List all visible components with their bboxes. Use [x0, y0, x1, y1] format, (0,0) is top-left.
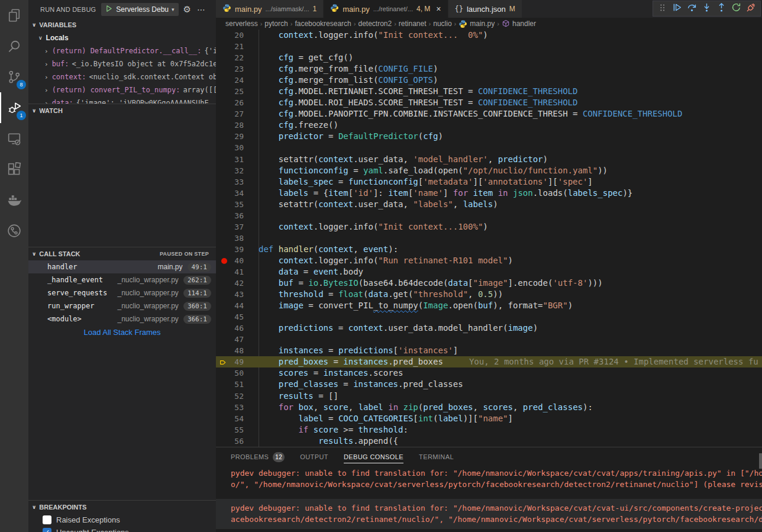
- editor-gutter[interactable]: 27: [216, 108, 259, 120]
- variable-row[interactable]: ›(return) DefaultPredictor.__call__:{'in…: [28, 44, 216, 57]
- variable-row[interactable]: ›data:{'image': 'iVBORw0KGgoAAAANSUhE…: [28, 96, 216, 104]
- editor-gutter[interactable]: 31: [216, 154, 259, 165]
- code-line[interactable]: 29 predictor = DefaultPredictor(cfg): [216, 131, 762, 142]
- activity-item-remote-explorer[interactable]: [0, 123, 28, 154]
- code-line[interactable]: 31 setattr(context.user_data, 'model_han…: [216, 154, 762, 165]
- variable-row[interactable]: ›context:<nuclio_sdk.context.Context obj…: [28, 70, 216, 83]
- load-all-stack-frames-link[interactable]: Load All Stack Frames: [28, 325, 216, 338]
- code-line[interactable]: 36: [216, 210, 762, 221]
- editor-gutter[interactable]: 20: [216, 30, 259, 41]
- code-line[interactable]: 41 data = event.body: [216, 266, 762, 278]
- code-line[interactable]: 27 cfg.MODEL.PANOPTIC_FPN.COMBINE.INSTAN…: [216, 108, 762, 120]
- panel-tab-terminal[interactable]: TERMINAL: [419, 447, 454, 466]
- disconnect-button[interactable]: [744, 1, 758, 16]
- code-line[interactable]: 42 buf = io.BytesIO(base64.b64decode(dat…: [216, 278, 762, 289]
- code-line[interactable]: 51 pred_classes = instances.pred_classes: [216, 379, 762, 390]
- editor-gutter[interactable]: 23: [216, 63, 259, 75]
- code-line[interactable]: 23 cfg.merge_from_file(CONFIG_FILE): [216, 63, 762, 75]
- stack-frame-row[interactable]: _handle_event_nuclio_wrapper.py262:1: [28, 273, 216, 286]
- activity-item-docker[interactable]: [0, 185, 28, 215]
- editor-gutter[interactable]: 37: [216, 221, 259, 233]
- editor-gutter[interactable]: 30: [216, 142, 259, 153]
- code-line[interactable]: 24 cfg.merge_from_list(CONFIG_OPTS): [216, 75, 762, 86]
- variable-row[interactable]: ›(return) convert_PIL_to_numpy:array([[[…: [28, 83, 216, 96]
- code-line[interactable]: 25 cfg.MODEL.RETINANET.SCORE_THRESH_TEST…: [216, 86, 762, 97]
- editor-gutter[interactable]: 38: [216, 233, 259, 244]
- code-line[interactable]: 21: [216, 41, 762, 52]
- code-line[interactable]: 26 cfg.MODEL.ROI_HEADS.SCORE_THRESH_TEST…: [216, 97, 762, 108]
- editor-gutter[interactable]: 21: [216, 41, 259, 52]
- watch-header[interactable]: ∨ WATCH: [28, 104, 216, 117]
- stack-frame-row[interactable]: serve_requests_nuclio_wrapper.py114:1: [28, 286, 216, 299]
- code-line[interactable]: 40 context.logger.info("Run retinanet-R1…: [216, 255, 762, 266]
- activity-item-run-and-debug[interactable]: 1: [0, 92, 28, 123]
- breadcrumb-item[interactable]: main.py: [459, 20, 495, 28]
- editor-gutter[interactable]: 50: [216, 367, 259, 379]
- editor-gutter[interactable]: 40: [216, 255, 259, 266]
- editor-gutter[interactable]: 44: [216, 300, 259, 311]
- code-editor[interactable]: 20 context.logger.info("Init context... …: [216, 30, 762, 447]
- editor-gutter[interactable]: 55: [216, 424, 259, 436]
- stack-frame-row[interactable]: <module>_nuclio_wrapper.py366:1: [28, 312, 216, 325]
- editor-gutter[interactable]: 43: [216, 289, 259, 300]
- editor-gutter[interactable]: 39: [216, 244, 259, 255]
- code-line[interactable]: 48 instances = predictions['instances']: [216, 345, 762, 356]
- code-line[interactable]: 49 pred_boxes = instances.pred_boxesYou,…: [216, 356, 762, 367]
- breadcrumb-item[interactable]: retinanet: [399, 20, 427, 28]
- breakpoint-icon[interactable]: [221, 258, 227, 264]
- editor-gutter[interactable]: 42: [216, 278, 259, 289]
- editor-gutter[interactable]: 22: [216, 52, 259, 63]
- code-line[interactable]: 45: [216, 311, 762, 323]
- breadcrumb-item[interactable]: detectron2: [358, 20, 392, 28]
- breakpoint-row[interactable]: Raised Exceptions: [28, 514, 216, 526]
- breadcrumb-item[interactable]: pytorch: [264, 20, 288, 28]
- activity-item-source-control[interactable]: 8: [0, 62, 28, 92]
- code-line[interactable]: 56 results.append({: [216, 436, 762, 447]
- code-line[interactable]: 39def handler(context, event):: [216, 244, 762, 255]
- code-line[interactable]: 53 for box, score, label in zip(pred_box…: [216, 402, 762, 413]
- panel-tab-output[interactable]: OUTPUT: [300, 447, 328, 466]
- code-line[interactable]: 34 labels = {item['id']: item['name'] fo…: [216, 188, 762, 199]
- breakpoints-header[interactable]: ∨ BREAKPOINTS: [28, 501, 216, 514]
- scrollbar-thumb[interactable]: [759, 453, 762, 469]
- editor-gutter[interactable]: 49: [216, 356, 259, 367]
- editor-gutter[interactable]: 52: [216, 391, 259, 402]
- activity-item-explorer[interactable]: [0, 0, 28, 31]
- stack-frame-row[interactable]: run_wrapper_nuclio_wrapper.py360:1: [28, 299, 216, 312]
- editor-tab[interactable]: {}launch.jsonM: [448, 0, 522, 18]
- editor-gutter[interactable]: 24: [216, 75, 259, 86]
- breadcrumb-item[interactable]: handler: [502, 20, 536, 28]
- code-line[interactable]: 55 if score >= threshold:: [216, 424, 762, 436]
- panel-tab-problems[interactable]: PROBLEMS12: [231, 447, 285, 466]
- gear-icon[interactable]: ⚙: [183, 4, 191, 15]
- editor-gutter[interactable]: 53: [216, 402, 259, 413]
- variables-header[interactable]: ∨ VARIABLES: [28, 18, 216, 31]
- code-line[interactable]: 44 image = convert_PIL_to_numpy(Image.op…: [216, 300, 762, 311]
- editor-gutter[interactable]: 47: [216, 334, 259, 345]
- checkbox-checked[interactable]: ✓: [43, 528, 51, 532]
- editor-gutter[interactable]: 41: [216, 266, 259, 278]
- code-line[interactable]: 33 labels_spec = functionconfig['metadat…: [216, 176, 762, 188]
- activity-item-extensions[interactable]: [0, 154, 28, 185]
- code-line[interactable]: 20 context.logger.info("Init context... …: [216, 30, 762, 41]
- editor-gutter[interactable]: 54: [216, 413, 259, 424]
- step-out-button[interactable]: [714, 1, 729, 16]
- editor-tab[interactable]: main.py.../retinanet/...4, M×: [324, 0, 448, 18]
- editor-gutter[interactable]: 48: [216, 345, 259, 356]
- panel-tab-debug-console[interactable]: DEBUG CONSOLE: [344, 447, 403, 466]
- stack-frame-row[interactable]: handlermain.py49:1: [28, 260, 216, 273]
- editor-gutter[interactable]: 28: [216, 120, 259, 131]
- breadcrumb-item[interactable]: serverless: [225, 20, 258, 28]
- step-over-button[interactable]: [684, 1, 699, 16]
- editor-tab[interactable]: main.py.../siammask/...1: [216, 0, 324, 18]
- code-line[interactable]: 47: [216, 334, 762, 345]
- close-icon[interactable]: ×: [436, 4, 441, 14]
- editor-gutter[interactable]: 29: [216, 131, 259, 142]
- checkbox-unchecked[interactable]: [43, 515, 51, 524]
- activity-item-git-graph[interactable]: [0, 215, 28, 246]
- breadcrumb-item[interactable]: nuclio: [433, 20, 451, 28]
- call-stack-header[interactable]: ∨ CALL STACK PAUSED ON STEP: [28, 247, 216, 260]
- code-line[interactable]: 35 setattr(context.user_data, "labels", …: [216, 199, 762, 210]
- editor-gutter[interactable]: 36: [216, 210, 259, 221]
- code-line[interactable]: 28 cfg.freeze(): [216, 120, 762, 131]
